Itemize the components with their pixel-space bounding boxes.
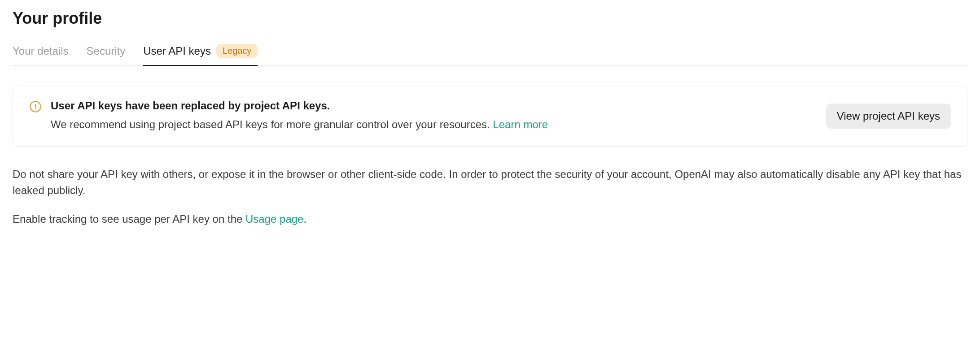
- tab-user-api-keys[interactable]: User API keys Legacy: [143, 44, 258, 66]
- svg-point-2: [35, 108, 36, 109]
- learn-more-link[interactable]: Learn more: [493, 118, 548, 130]
- usage-page-link[interactable]: Usage page: [245, 213, 303, 225]
- security-warning-text: Do not share your API key with others, o…: [13, 166, 967, 199]
- page-title: Your profile: [13, 9, 967, 28]
- alert-box: User API keys have been replaced by proj…: [13, 86, 967, 147]
- alert-title: User API keys have been replaced by proj…: [51, 99, 817, 112]
- view-project-api-keys-button[interactable]: View project API keys: [826, 104, 951, 129]
- usage-suffix: .: [303, 213, 306, 225]
- tabs-bar: Your details Security User API keys Lega…: [13, 44, 967, 66]
- alert-desc-text: We recommend using project based API key…: [51, 118, 493, 130]
- alert-content: User API keys have been replaced by proj…: [51, 99, 817, 133]
- alert-description: We recommend using project based API key…: [51, 117, 817, 133]
- usage-tracking-text: Enable tracking to see usage per API key…: [13, 211, 967, 227]
- tab-your-details[interactable]: Your details: [13, 45, 69, 65]
- tab-security[interactable]: Security: [87, 45, 126, 65]
- tab-label: Your details: [13, 45, 69, 57]
- tab-label: User API keys: [143, 45, 211, 57]
- tab-label: Security: [87, 45, 126, 57]
- legacy-badge: Legacy: [216, 44, 258, 58]
- info-icon: [29, 100, 42, 115]
- usage-prefix: Enable tracking to see usage per API key…: [13, 213, 245, 225]
